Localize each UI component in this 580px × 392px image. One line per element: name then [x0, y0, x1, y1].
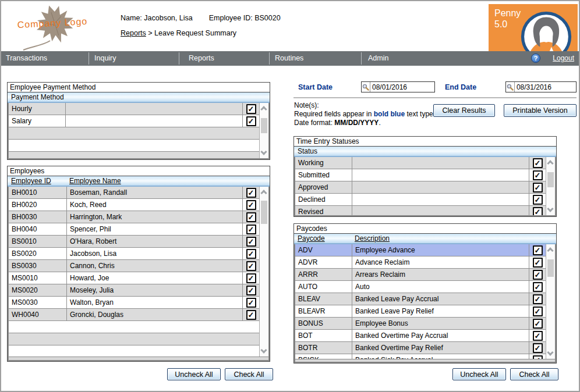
start-date-lookup-icon[interactable]: [362, 82, 370, 92]
paycode-row[interactable]: BLEAVBanked Leave Pay Accrual✓: [295, 293, 546, 305]
employee-row[interactable]: BS0010O'Hara, Robert✓: [9, 236, 259, 248]
horizontal-scroll-strip[interactable]: [9, 357, 268, 360]
row-checkbox[interactable]: ✓: [533, 183, 543, 193]
nav-item-transactions[interactable]: Transactions: [6, 51, 47, 66]
status-row[interactable]: Declined✓: [295, 194, 546, 206]
row-checkbox[interactable]: ✓: [533, 258, 543, 268]
row-checkbox[interactable]: ✓: [533, 343, 543, 353]
employee-row[interactable]: MS0010Howard, Joe✓: [9, 272, 259, 284]
horizontal-scroll-strip[interactable]: [295, 359, 555, 362]
row-checkbox[interactable]: ✓: [533, 282, 543, 292]
employee-row[interactable]: BH0040Spencer, Phil✓: [9, 223, 259, 236]
employee-row[interactable]: BH0020Koch, Reed✓: [9, 199, 259, 211]
paycode-row[interactable]: ARRRArrears Reclaim✓: [295, 269, 546, 281]
nav-item-inquiry[interactable]: Inquiry: [94, 51, 116, 66]
employee-row[interactable]: MS0020Moseley, Julia✓: [9, 284, 259, 297]
column-header-employee-name[interactable]: Employee Name: [69, 177, 121, 186]
scroll-thumb[interactable]: [261, 118, 267, 133]
row-checkbox[interactable]: ✓: [246, 188, 256, 198]
row-checkbox[interactable]: ✓: [246, 261, 256, 271]
row-checkbox[interactable]: ✓: [246, 212, 256, 222]
employees-check-all-button[interactable]: Check All: [225, 368, 273, 380]
scroll-thumb[interactable]: [547, 172, 554, 187]
row-checkbox[interactable]: ✓: [533, 270, 543, 280]
status-row[interactable]: Working✓: [295, 157, 546, 169]
scroll-down-icon[interactable]: [260, 347, 267, 353]
scroll-up-icon[interactable]: [547, 160, 553, 166]
row-checkbox[interactable]: ✓: [246, 298, 256, 308]
row-checkbox[interactable]: ✓: [246, 224, 256, 234]
row-checkbox[interactable]: ✓: [246, 273, 256, 283]
column-header-description[interactable]: Description: [355, 234, 390, 243]
paycode-row[interactable]: ADVEmployee Advance✓: [295, 244, 546, 256]
row-checkbox[interactable]: ✓: [246, 116, 256, 126]
checkbox-cell: ✓: [242, 211, 259, 223]
row-checkbox[interactable]: ✓: [246, 310, 256, 320]
empty-row: [9, 152, 259, 158]
scroll-down-icon[interactable]: [547, 349, 553, 355]
paycode-row[interactable]: ADVRAdvance Reclaim✓: [295, 256, 546, 269]
help-icon[interactable]: ?: [531, 54, 540, 63]
scroll-down-icon[interactable]: [547, 205, 553, 212]
row-checkbox[interactable]: ✓: [246, 200, 256, 210]
paycode-row[interactable]: BOTRBanked Overtime Pay Relief✓: [295, 342, 546, 354]
employee-row[interactable]: MS0030Walton, Bryan✓: [9, 297, 259, 309]
row-checkbox[interactable]: ✓: [246, 104, 256, 114]
payment-method-row[interactable]: Hourly✓: [9, 103, 259, 115]
row-checkbox[interactable]: ✓: [533, 319, 543, 329]
employee-row-value: Walton, Bryan: [67, 297, 242, 308]
row-checkbox[interactable]: ✓: [246, 286, 256, 295]
paycode-row[interactable]: BLEAVRBanked Leave Pay Relief✓: [295, 305, 546, 318]
payment-method-row[interactable]: Salary✓: [9, 115, 259, 127]
breadcrumb-reports-link[interactable]: Reports: [121, 29, 146, 37]
row-checkbox[interactable]: ✓: [533, 207, 543, 216]
scroll-thumb[interactable]: [547, 259, 554, 277]
employee-row[interactable]: WH0040Groncki, Douglas✓: [9, 309, 259, 321]
app-name: Penny 5.0: [494, 8, 521, 30]
nav-item-routines[interactable]: Routines: [275, 51, 303, 66]
nav-item-reports[interactable]: Reports: [189, 51, 214, 66]
paycode-row[interactable]: BOTBanked Overtime Pay Accrual✓: [295, 330, 546, 342]
scroll-thumb[interactable]: [261, 201, 267, 224]
paycode-row[interactable]: BSICKBanked Sick Pay Accrual✓: [295, 354, 546, 359]
scroll-up-icon[interactable]: [260, 106, 267, 112]
row-checkbox[interactable]: ✓: [246, 249, 256, 259]
employee-row[interactable]: BH0010Boseman, Randall✓: [9, 187, 259, 199]
status-row[interactable]: Approved✓: [295, 181, 546, 194]
row-checkbox[interactable]: ✓: [246, 237, 256, 247]
column-header-paycode[interactable]: Paycode: [298, 234, 325, 243]
clear-results-button[interactable]: Clear Results: [433, 104, 495, 117]
employee-row[interactable]: BH0030Harrington, Mark✓: [9, 211, 259, 223]
start-date-input[interactable]: [370, 82, 434, 92]
employees-uncheck-all-button[interactable]: Uncheck All: [167, 368, 221, 380]
paycodes-uncheck-all-button[interactable]: Uncheck All: [452, 368, 506, 380]
row-checkbox[interactable]: ✓: [533, 331, 543, 341]
end-date-lookup-icon[interactable]: [506, 82, 515, 92]
row-checkbox[interactable]: ✓: [533, 195, 543, 205]
paycode-row-value: Banked Sick Pay Accrual: [352, 354, 529, 359]
employee-row[interactable]: BS0030Cannon, Chris✓: [9, 260, 259, 272]
status-row[interactable]: Submitted✓: [295, 169, 546, 181]
paycodes-check-all-button[interactable]: Check All: [510, 368, 558, 380]
row-checkbox[interactable]: ✓: [533, 245, 543, 255]
application-window: Company Logo Name: Jacobson, LisaEmploye…: [0, 0, 580, 392]
status-row-key: Submitted: [295, 169, 352, 181]
column-header-employee-id[interactable]: Employee ID: [11, 177, 51, 186]
scroll-down-icon[interactable]: [260, 148, 267, 155]
row-checkbox[interactable]: ✓: [533, 294, 543, 304]
employee-row[interactable]: BS0020Jacobson, Lisa✓: [9, 248, 259, 260]
nav-item-admin[interactable]: Admin: [368, 51, 388, 66]
status-row[interactable]: Revised✓: [295, 206, 546, 215]
row-checkbox[interactable]: ✓: [533, 307, 543, 316]
row-checkbox[interactable]: ✓: [533, 170, 543, 180]
row-checkbox[interactable]: ✓: [533, 158, 543, 168]
scroll-up-icon[interactable]: [260, 190, 267, 196]
scroll-up-icon[interactable]: [547, 247, 553, 254]
paycode-row[interactable]: BONUSEmployee Bonus✓: [295, 318, 546, 330]
printable-version-button[interactable]: Printable Version: [504, 104, 577, 117]
logout-link[interactable]: Logout: [553, 51, 574, 66]
status-row-value: [352, 157, 529, 169]
checkbox-cell: ✓: [242, 223, 259, 235]
paycode-row[interactable]: AUTOAuto✓: [295, 281, 546, 293]
end-date-input[interactable]: [515, 82, 576, 92]
